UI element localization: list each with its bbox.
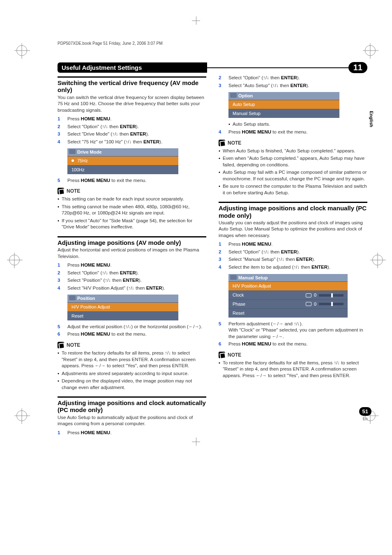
note-label: NOTE <box>228 140 241 146</box>
menu-item: 75Hz <box>67 156 178 165</box>
menu-item: H/V Position Adjust <box>228 281 348 290</box>
menu-title-label: Option <box>238 93 253 98</box>
menu-title-label: Manual Setup <box>238 275 268 280</box>
onscreen-menu: Drive Mode 75Hz 100Hz <box>67 148 178 174</box>
menu-title-label: Drive Mode <box>77 150 101 154</box>
section-intro: Usually you can easily adjust the positi… <box>219 220 367 239</box>
menu-item: Reset <box>228 309 348 318</box>
onscreen-menu: Option Auto Setup Manual Setup <box>228 92 339 118</box>
section-heading: Switching the vertical drive frequency (… <box>58 79 206 94</box>
slider-icon <box>319 303 344 305</box>
menu-item: Phase0 <box>228 299 348 309</box>
page-footer: 51 En <box>359 407 371 421</box>
menu-item: H/V Position Adjust <box>67 302 178 311</box>
menu-icon <box>230 93 237 98</box>
step-list: 1Press HOME MENU. 2Select "Option" (↑/↓ … <box>58 116 206 145</box>
onscreen-menu: Manual Setup H/V Position Adjust Clock0 … <box>228 274 348 318</box>
note-icon <box>219 352 225 358</box>
print-header: PDP507XDE.book Page 51 Friday, June 2, 2… <box>58 41 367 46</box>
slider-icon <box>319 294 344 297</box>
chapter-header: Useful Adjustment Settings 11 <box>58 62 367 73</box>
note-label: NOTE <box>228 352 241 358</box>
page-language: En <box>359 417 371 421</box>
menu-item: 100Hz <box>67 165 178 174</box>
note-icon <box>58 342 64 348</box>
chapter-number: 11 <box>348 62 367 73</box>
section-heading: Adjusting image positions and clock manu… <box>219 205 367 219</box>
section-intro: Adjust the horizontal and vertical posit… <box>58 247 206 260</box>
menu-icon <box>230 275 237 280</box>
menu-item: Auto Setup <box>228 100 339 109</box>
onscreen-menu: Position H/V Position Adjust Reset <box>67 295 178 320</box>
menu-icon <box>69 149 76 154</box>
section-heading: Adjusting image positions (AV mode only) <box>58 239 206 246</box>
menu-title-label: Position <box>77 296 95 301</box>
phase-icon <box>306 302 311 306</box>
note-label: NOTE <box>67 188 80 194</box>
page-number: 51 <box>359 407 371 416</box>
note-label: NOTE <box>67 342 80 348</box>
section-intro: Use Auto Setup to automatically adjust t… <box>58 415 206 427</box>
note-list: This setting can be made for each input … <box>58 196 206 230</box>
language-tab: English <box>369 111 374 127</box>
note-icon <box>219 140 225 146</box>
menu-item: Reset <box>67 311 178 320</box>
menu-item: Clock0 <box>228 290 348 299</box>
left-column: Switching the vertical drive frequency (… <box>58 73 206 438</box>
menu-item: Manual Setup <box>228 109 339 118</box>
menu-icon <box>69 295 76 300</box>
clock-icon <box>306 293 311 297</box>
note-icon <box>58 188 64 194</box>
right-column: 2Select "Option" (↑/↓ then ENTER). 3Sele… <box>219 73 367 438</box>
chapter-title: Useful Adjustment Settings <box>58 62 207 73</box>
section-intro: You can switch the vertical drive freque… <box>58 94 206 114</box>
section-heading: Adjusting image positions and clock auto… <box>58 399 206 414</box>
